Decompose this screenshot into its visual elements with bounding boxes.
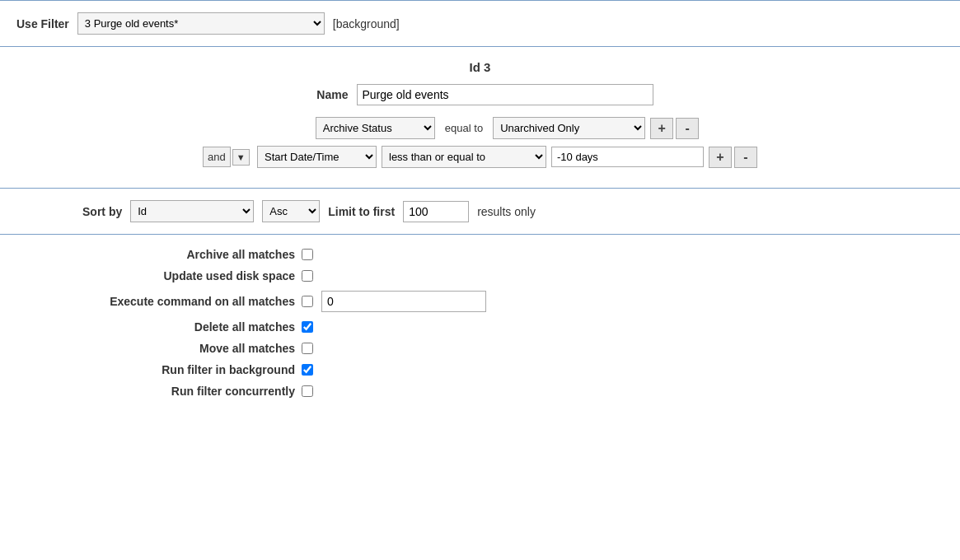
page-container: Use Filter 3 Purge old events* [backgrou… [0, 0, 960, 422]
update-disk-space-label: Update used disk space [163, 269, 295, 282]
use-filter-select[interactable]: 3 Purge old events* [77, 12, 325, 35]
archive-all-matches-row: Archive all matches [16, 248, 944, 261]
update-disk-space-label-area: Update used disk space [66, 269, 313, 282]
cond-value-start-datetime[interactable] [551, 147, 704, 167]
condition-row-1: Archive Status Start Date/Time Id Name e… [261, 117, 699, 139]
use-filter-section: Use Filter 3 Purge old events* [backgrou… [0, 1, 960, 46]
sort-section: Sort by Id Name Start Date/Time Archive … [0, 189, 960, 234]
cond-op-start-datetime[interactable]: equal to not equal to less than less tha… [382, 146, 546, 168]
add-condition-1-button[interactable]: + [650, 118, 673, 139]
and-arrow-icon[interactable]: ▼ [232, 149, 250, 166]
run-filter-concurrently-checkbox[interactable] [302, 385, 313, 397]
move-all-matches-row: Move all matches [16, 342, 944, 355]
run-filter-concurrently-label: Run filter concurrently [171, 385, 295, 398]
name-row: Name [16, 84, 944, 105]
results-only-text: results only [477, 205, 536, 218]
cond-op-text-1: equal to [440, 119, 488, 138]
btn-group-2: + - [709, 147, 757, 168]
name-input[interactable] [357, 84, 653, 105]
run-filter-background-row: Run filter in background [16, 363, 944, 376]
cond-field-archive-status[interactable]: Archive Status Start Date/Time Id Name [316, 117, 435, 139]
btn-group-1: + - [650, 118, 699, 139]
execute-command-label: Execute command on all matches [110, 295, 295, 308]
execute-command-label-area: Execute command on all matches [66, 295, 313, 308]
add-condition-2-button[interactable]: + [709, 147, 732, 168]
condition-row-2: and ▼ Start Date/Time Archive Status Id … [203, 146, 757, 168]
archive-all-matches-label-area: Archive all matches [66, 248, 313, 261]
conditions-area: Archive Status Start Date/Time Id Name e… [16, 117, 944, 168]
move-all-matches-label-area: Move all matches [66, 342, 313, 355]
move-all-matches-label: Move all matches [199, 342, 295, 355]
condition-prefix-and: and ▼ [203, 147, 252, 167]
name-label: Name [307, 88, 349, 101]
execute-command-row: Execute command on all matches [16, 291, 944, 312]
delete-all-matches-checkbox[interactable] [302, 321, 313, 333]
id-label: Id 3 [470, 60, 491, 74]
remove-condition-1-button[interactable]: - [676, 118, 699, 139]
run-filter-background-label-area: Run filter in background [66, 363, 313, 376]
archive-all-matches-label: Archive all matches [186, 248, 295, 261]
sort-by-label: Sort by [82, 205, 122, 218]
background-badge: [background] [333, 17, 400, 30]
cond-field-start-datetime[interactable]: Start Date/Time Archive Status Id Name [257, 146, 377, 168]
run-filter-concurrently-label-area: Run filter concurrently [66, 385, 313, 398]
limit-label: Limit to first [328, 205, 395, 218]
execute-command-input[interactable] [321, 291, 486, 312]
run-filter-background-label: Run filter in background [162, 363, 295, 376]
delete-all-matches-label-area: Delete all matches [66, 320, 313, 334]
move-all-matches-checkbox[interactable] [302, 343, 313, 354]
sort-direction-select[interactable]: Asc Desc [262, 200, 320, 222]
limit-input[interactable] [403, 201, 469, 222]
and-text: and [203, 147, 231, 167]
run-filter-background-checkbox[interactable] [302, 364, 313, 376]
execute-command-checkbox[interactable] [302, 296, 313, 307]
update-disk-space-row: Update used disk space [16, 269, 944, 282]
actions-section: Archive all matches Update used disk spa… [0, 235, 960, 422]
use-filter-label: Use Filter [16, 17, 69, 30]
filter-detail-section: Id 3 Name Archive Status Start Date/Time… [0, 47, 960, 188]
remove-condition-2-button[interactable]: - [734, 147, 757, 168]
run-filter-concurrently-row: Run filter concurrently [16, 385, 944, 398]
delete-all-matches-row: Delete all matches [16, 320, 944, 334]
update-disk-space-checkbox[interactable] [302, 270, 313, 282]
delete-all-matches-label: Delete all matches [194, 320, 295, 334]
cond-value-archive-status[interactable]: Unarchived Only Archived Only All [493, 117, 645, 139]
sort-field-select[interactable]: Id Name Start Date/Time Archive Status [130, 200, 254, 222]
id-row: Id 3 [16, 60, 944, 74]
archive-all-matches-checkbox[interactable] [302, 249, 313, 260]
